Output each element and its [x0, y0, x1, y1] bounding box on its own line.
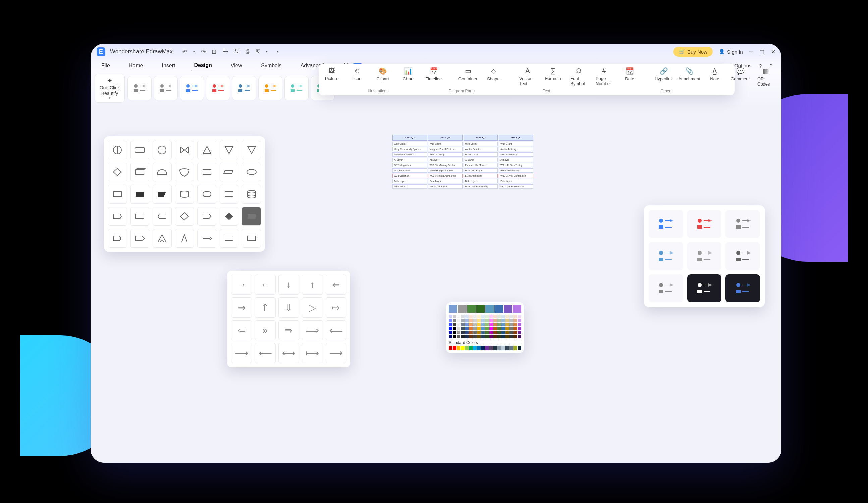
color-swatch[interactable]	[457, 318, 461, 322]
arrow-cell-0[interactable]: →	[231, 275, 252, 295]
timeline-cell[interactable]: W3 Protocol	[464, 152, 498, 157]
timeline-cell[interactable]: NFT / Data Ownership	[499, 185, 533, 189]
insert-qr-codes[interactable]: ▦QR Codes	[757, 67, 774, 86]
canvas-area[interactable]: 🖼Picture☺Icon🎨Clipart📊Chart📅Timeline▭Con…	[91, 105, 782, 463]
color-swatch[interactable]	[514, 318, 517, 322]
color-swatch[interactable]	[497, 315, 501, 318]
color-swatch[interactable]	[457, 335, 461, 338]
color-swatch[interactable]	[467, 305, 476, 313]
insert-font-symbol[interactable]: ΩFont Symbol	[570, 67, 587, 86]
color-swatch[interactable]	[469, 331, 473, 334]
color-swatch[interactable]	[477, 315, 480, 318]
shape-cell-18[interactable]	[197, 185, 216, 203]
timeline-cell[interactable]: New UI Design	[428, 152, 463, 157]
color-swatch[interactable]	[453, 315, 456, 318]
shape-cell-6[interactable]	[242, 140, 261, 159]
timeline-cell[interactable]: W33 Data Embedding	[464, 185, 498, 189]
minimize-icon[interactable]: ─	[749, 49, 753, 55]
color-swatch[interactable]	[489, 335, 493, 338]
color-swatch[interactable]	[489, 318, 493, 322]
shape-cell-19[interactable]	[220, 185, 239, 203]
more-qat-icon[interactable]: ▾	[276, 49, 280, 54]
insert-formula[interactable]: ∑Formula	[545, 67, 561, 81]
shape-cell-31[interactable]	[175, 229, 194, 248]
color-swatch[interactable]	[457, 346, 461, 350]
color-swatch[interactable]	[473, 335, 477, 338]
color-swatch[interactable]	[497, 318, 501, 322]
shape-cell-20[interactable]	[242, 185, 261, 203]
insert-vector-text[interactable]: AVector Text	[519, 67, 536, 86]
arrow-cell-3[interactable]: ↑	[302, 275, 323, 295]
color-swatch[interactable]	[514, 346, 517, 350]
tab-insert[interactable]: Insert	[159, 61, 178, 70]
color-swatch[interactable]	[505, 323, 509, 326]
color-swatch[interactable]	[481, 315, 485, 318]
open-icon[interactable]: 🗁	[221, 48, 229, 56]
color-swatch[interactable]	[493, 318, 497, 322]
color-swatch[interactable]	[509, 327, 513, 330]
color-swatch[interactable]	[465, 335, 468, 338]
color-swatch[interactable]	[502, 323, 505, 326]
maximize-icon[interactable]: ▢	[760, 49, 764, 55]
color-swatch[interactable]	[476, 305, 485, 313]
color-swatch[interactable]	[505, 315, 509, 318]
undo-icon[interactable]: ↶	[182, 48, 188, 56]
color-swatch[interactable]	[477, 323, 480, 326]
insert-clipart[interactable]: 🎨Clipart	[374, 67, 391, 82]
color-swatch[interactable]	[481, 331, 485, 334]
color-swatch[interactable]	[458, 305, 466, 313]
shape-cell-25[interactable]	[197, 207, 216, 226]
color-swatch[interactable]	[485, 331, 489, 334]
insert-hyperlink[interactable]: 🔗Hyperlink	[655, 67, 672, 82]
export-dropdown-icon[interactable]: ▾	[265, 49, 269, 54]
color-swatch[interactable]	[517, 335, 521, 338]
color-swatch[interactable]	[505, 346, 509, 350]
color-swatch[interactable]	[481, 327, 485, 330]
shape-cell-34[interactable]	[242, 229, 261, 248]
theme-style-0[interactable]	[127, 76, 152, 100]
color-swatch[interactable]	[449, 346, 453, 350]
color-swatch[interactable]	[497, 335, 501, 338]
color-swatch[interactable]	[485, 305, 494, 313]
insert-picture[interactable]: 🖼Picture	[323, 67, 340, 81]
color-swatch[interactable]	[453, 318, 456, 322]
shape-cell-32[interactable]	[197, 229, 216, 248]
color-swatch[interactable]	[473, 315, 477, 318]
color-swatch[interactable]	[502, 331, 505, 334]
theme-style-5[interactable]	[258, 76, 282, 100]
color-swatch[interactable]	[485, 323, 489, 326]
color-swatch[interactable]	[477, 346, 480, 350]
shape-cell-23[interactable]	[153, 207, 172, 226]
color-swatch[interactable]	[505, 327, 509, 330]
signin-button[interactable]: 👤 Sign In	[719, 49, 743, 55]
arrow-cell-2[interactable]: ↓	[278, 275, 299, 295]
color-swatch[interactable]	[457, 331, 461, 334]
color-swatch[interactable]	[453, 327, 456, 330]
insert-shape[interactable]: ◇Shape	[485, 67, 502, 82]
color-swatch[interactable]	[473, 331, 477, 334]
shape-cell-2[interactable]	[153, 140, 172, 159]
timeline-cell[interactable]: Web Client	[499, 142, 533, 146]
shape-cell-3[interactable]	[175, 140, 194, 159]
buy-now-button[interactable]: 🛒 Buy Now	[673, 46, 713, 57]
color-swatch[interactable]	[517, 318, 521, 322]
tab-file[interactable]: File	[99, 61, 113, 70]
shape-cell-26[interactable]	[220, 207, 239, 226]
export-icon[interactable]: ⇱	[254, 48, 261, 56]
timeline-cell[interactable]: Web Client	[392, 142, 427, 146]
color-swatch[interactable]	[469, 346, 473, 350]
color-swatch[interactable]	[449, 315, 453, 318]
timeline-cell[interactable]: Implement WebRTC	[392, 152, 427, 157]
color-swatch[interactable]	[473, 327, 477, 330]
shape-cell-29[interactable]	[131, 229, 149, 248]
insert-icon[interactable]: ☺Icon	[349, 67, 365, 81]
color-swatch[interactable]	[489, 346, 493, 350]
shape-cell-24[interactable]	[175, 207, 194, 226]
shape-cell-1[interactable]	[131, 140, 149, 159]
color-swatch[interactable]	[485, 327, 489, 330]
color-swatch[interactable]	[514, 331, 517, 334]
one-click-beautify-button[interactable]: ✦ One Click Beautify ▾	[95, 74, 125, 103]
color-swatch[interactable]	[517, 315, 521, 318]
color-swatch[interactable]	[461, 327, 465, 330]
theme-cell-3[interactable]	[649, 242, 683, 270]
